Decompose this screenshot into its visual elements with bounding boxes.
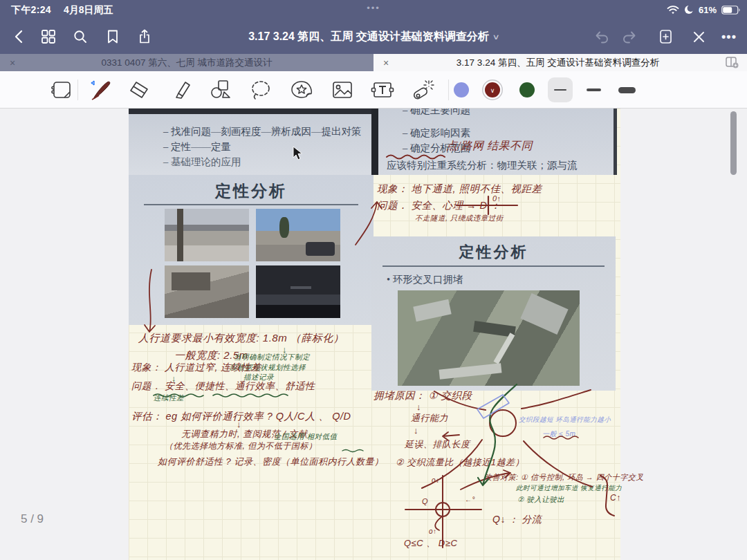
ink-note: 不走隧道, 只绕成违章过街 (415, 214, 504, 223)
slide-image-qualitative-photos[interactable]: 定性分析 (129, 175, 374, 325)
street-photo-3 (165, 265, 249, 318)
slide-bullet: – 基础理论的应用 (163, 154, 361, 169)
page-view-tool[interactable] (48, 77, 74, 103)
multitask-indicator: ••• (367, 3, 380, 13)
eraser-tool[interactable] (126, 77, 152, 103)
ink-note: Q↓ ： 分流 (492, 514, 542, 526)
street-photo-4-dark (256, 265, 340, 318)
tab-label: 0331 0407 第六、七周 城市道路交通设计 (25, 57, 349, 69)
ink-note: ② 交织流量比（越接近1越差） (396, 456, 524, 469)
slide-title: 定性分析 (129, 180, 374, 202)
do-not-disturb-moon-icon (684, 5, 694, 15)
pen-tool-selected[interactable] (86, 77, 112, 103)
ink-note: 现象： 人行道过窄, 连续性差 (131, 362, 261, 374)
tab-close-icon[interactable]: × (0, 57, 25, 68)
slide-bullet-clipped: – 确定主要问题 (403, 109, 470, 116)
battery-icon (721, 6, 740, 15)
ink-note: o↓ (432, 476, 440, 484)
ink-note: 此时可通过增加车道 恢复通行能力 (516, 484, 622, 493)
aerial-photo-roundabout (398, 290, 580, 386)
wifi-icon (667, 6, 679, 15)
ink-note: ② 驶入让驶出 (517, 495, 564, 505)
undo-button[interactable] (589, 19, 614, 54)
tab-close-icon[interactable]: × (374, 57, 398, 68)
tab-inactive-document[interactable]: × 0331 0407 第六、七周 城市道路交通设计 (0, 54, 374, 71)
slide-title: 定性分析 (371, 242, 616, 263)
toolbar-divider (448, 80, 449, 100)
ink-note: ←° (465, 496, 475, 503)
ink-note: 人行道要求最小有效宽度: 1.8m （薛标化） (138, 332, 344, 345)
stroke-width-thick[interactable] (614, 77, 640, 103)
ink-note: Q≤C 、 D≥C (404, 537, 457, 550)
battery-percent: 61% (699, 5, 717, 15)
ink-note: 现象： 地下通道, 照明不佳、视距差 (377, 183, 542, 196)
ink-note: 延误、排队长度 (405, 438, 470, 451)
ink-note: Q (422, 497, 428, 505)
color-swatch-periwinkle[interactable] (454, 82, 469, 97)
ink-note: 连续性差 (154, 393, 184, 403)
text-tool[interactable] (369, 77, 396, 103)
tab-bar: × 0331 0407 第六、七周 城市道路交通设计 × 3.17 3.24 第… (0, 54, 747, 71)
laser-pointer-tool[interactable] (410, 77, 436, 103)
ink-note: 拥堵原因： ① 交织段 (374, 389, 472, 402)
highlighter-tool[interactable] (167, 77, 193, 103)
ink-note: 问题． 安全、便捷性、通行效率、舒适性 (131, 380, 315, 393)
slide-bullet: – 定性——定量 (163, 139, 361, 154)
editing-toolbar: ∨ (0, 71, 747, 109)
ink-note: 一般 ≤ 5m (542, 429, 575, 439)
stroke-width-thin-selected[interactable] (548, 77, 573, 102)
slide-footer: 应该特别注重系统分析：物理关联；源与流 (387, 159, 578, 172)
ink-note: 0↑ (492, 194, 501, 203)
color-swatch-dark-red-selected[interactable]: ∨ (485, 82, 500, 97)
toolbar-divider (77, 80, 78, 100)
shapes-tool[interactable] (208, 77, 234, 103)
lasso-tool[interactable] (248, 77, 274, 103)
ink-arrow-glyph: ↓ (416, 402, 421, 412)
ink-note: C↑ (610, 493, 621, 503)
slide-image-define-scope[interactable]: – 确定主要问题 – 确定影响因素 – 确定分析范围 点/路网 结果不同 应该特… (371, 109, 617, 175)
slide-bullet: – 找准问题—刻画程度—辨析成因—提出对策 (163, 124, 361, 139)
swatch-chevron-icon: ∨ (490, 87, 495, 94)
slide-bullet: • 环形交叉口拥堵 (387, 273, 463, 286)
ink-note: 当明确制定情况下制定 (234, 353, 310, 362)
split-view-icon[interactable] (726, 57, 739, 68)
slide-image-analysis-steps[interactable]: – 找准问题—刻画程度—辨析成因—提出对策 – 定性——定量 – 基础理论的应用 (129, 109, 374, 175)
ink-note: o↑ (429, 528, 437, 535)
add-page-button[interactable] (653, 19, 678, 54)
stickers-tool[interactable] (288, 77, 315, 103)
navigation-bar: 3.17 3.24 第四、五周 交通设计基础资料调查分析∨ ••• (0, 19, 747, 54)
ink-arrow-glyph: ↓ (414, 425, 418, 436)
ink-note: 改善对策: ① 信号控制, 环岛 → 四个十字交叉 (484, 472, 644, 483)
scroll-indicator[interactable] (730, 111, 737, 175)
goodnotes-window: 下午2:24 4月8日周五 ••• 61% (0, 0, 747, 560)
ink-note: 如何评价舒适性 ? 记录、密度（单位面积内行人数量） (158, 456, 383, 468)
ink-note: 通行能力 (411, 412, 448, 424)
status-bar: 下午2:24 4月8日周五 ••• 61% (0, 0, 747, 19)
redo-button[interactable] (617, 19, 642, 54)
ink-note: 问题． 安全、心理 → D ： (377, 199, 501, 212)
stroke-width-medium[interactable] (580, 77, 607, 103)
title-chevron-icon: ∨ (492, 32, 499, 41)
street-photo-1 (165, 209, 249, 261)
clock: 下午2:24 (11, 4, 51, 17)
ink-note: 点/路网 结果不同 (446, 139, 533, 153)
close-document-button[interactable] (686, 19, 711, 54)
note-page[interactable]: – 找准问题—刻画程度—辨析成因—提出对策 – 定性——定量 – 基础理论的应用… (129, 109, 620, 560)
ink-note: （优先选择地方标准, 但为不低于国标） (165, 440, 317, 452)
page-indicator: 5 / 9 (21, 512, 44, 526)
image-tool[interactable] (329, 77, 356, 103)
canvas-area: – 找准问题—刻画程度—辨析成因—提出对策 – 定性——定量 – 基础理论的应用… (0, 109, 747, 560)
ink-note: 交织段越短 环岛通行能力越小 (519, 416, 611, 424)
color-swatch-dark-green[interactable] (519, 82, 535, 97)
tab-active-document[interactable]: × 3.17 3.24 第四、五周 交通设计基础资料调查分析 (374, 54, 747, 71)
more-menu-button[interactable]: ••• (717, 19, 741, 54)
street-photo-2 (256, 209, 340, 261)
slide-image-roundabout-congestion[interactable]: 定性分析 • 环形交叉口拥堵 (371, 236, 616, 391)
slide-bullet: – 确定影响因素 (403, 125, 470, 140)
tab-label: 3.17 3.24 第四、五周 交通设计基础资料调查分析 (398, 57, 717, 69)
date: 4月8日周五 (64, 4, 113, 17)
